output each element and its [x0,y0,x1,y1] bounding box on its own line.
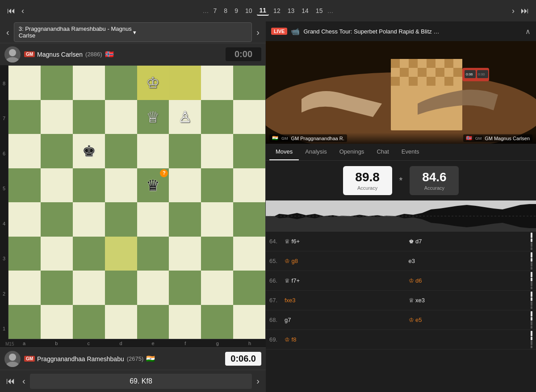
square-a2[interactable] [8,271,41,305]
tab-moves[interactable]: Moves [269,144,299,160]
square-b3[interactable] [41,237,73,271]
square-c2[interactable] [73,271,105,305]
prev-move-button[interactable]: ‹ [20,6,26,16]
bottom-prev-button[interactable]: ‹ [20,375,28,387]
live-banner[interactable]: LIVE 📹 Grand Chess Tour: Superbet Poland… [266,21,536,41]
square-b2[interactable] [41,271,73,305]
square-h6[interactable] [233,134,265,168]
square-d8[interactable] [105,66,137,100]
first-move-button[interactable]: ⏮ [5,6,17,16]
square-a7[interactable] [8,100,41,134]
next-move-button[interactable]: › [510,6,516,16]
square-d5[interactable] [105,168,137,203]
square-e8[interactable]: ♔ [137,66,169,100]
move-num-11[interactable]: 11 [257,6,269,16]
square-b4[interactable] [41,202,73,237]
square-c1[interactable] [73,305,105,339]
move-num-13[interactable]: 13 [285,6,297,15]
square-f2[interactable] [169,271,201,305]
move-white-3[interactable]: fxe3 [283,296,407,304]
square-h3[interactable] [233,237,265,271]
move-black-1[interactable]: e3 [407,257,531,265]
tab-analysis[interactable]: Analysis [299,144,333,160]
square-e6[interactable] [137,134,169,168]
square-a1[interactable] [8,305,41,339]
move-white-4[interactable]: g7 [283,316,407,324]
square-d3[interactable] [105,237,137,271]
square-f5[interactable] [169,168,201,203]
square-e4[interactable] [137,202,169,237]
move-white-1[interactable]: ♔ g8 [283,257,407,265]
square-f4[interactable] [169,202,201,237]
square-d6[interactable] [105,134,137,168]
square-g2[interactable] [201,271,233,305]
move-num-8[interactable]: 8 [221,6,230,15]
square-f8[interactable] [169,66,201,100]
square-c5[interactable] [73,168,105,203]
square-d1[interactable] [105,305,137,339]
square-f7[interactable]: ♙ [169,100,201,134]
square-c3[interactable] [73,237,105,271]
square-e3[interactable] [137,237,169,271]
square-g7[interactable] [201,100,233,134]
square-h8[interactable] [233,66,265,100]
chess-board[interactable]: ♔♕♙♚♛? [8,65,266,339]
square-h1[interactable] [233,305,265,339]
move-num-14[interactable]: 14 [299,6,311,15]
square-d2[interactable] [105,271,137,305]
tab-events[interactable]: Events [395,144,426,160]
square-e7[interactable]: ♕ [137,100,169,134]
tab-openings[interactable]: Openings [333,144,371,160]
square-h4[interactable] [233,202,265,237]
square-h7[interactable] [233,100,265,134]
bottom-next-button[interactable]: › [254,375,262,387]
square-a3[interactable] [8,237,41,271]
move-white-2[interactable]: ♕ f7+ [283,276,407,285]
square-b1[interactable] [41,305,73,339]
square-c6[interactable]: ♚ [73,134,105,168]
square-a6[interactable] [8,134,41,168]
move-black-3[interactable]: ♕ xe3 [407,296,531,304]
move-num-15[interactable]: 15 [313,6,326,15]
square-a8[interactable] [8,66,41,100]
move-num-12[interactable]: 12 [271,6,283,15]
square-h5[interactable] [233,168,265,203]
last-move-button[interactable]: ⏭ [519,6,531,16]
move-black-0[interactable]: ♚ d7 [407,237,531,246]
square-b7[interactable] [41,100,73,134]
square-a5[interactable] [8,168,41,203]
move-num-10[interactable]: 10 [243,6,255,15]
move-num-9[interactable]: 9 [232,6,241,15]
square-h2[interactable] [233,271,265,305]
move-white-5[interactable]: ♔ f8 [283,335,407,344]
move-black-5[interactable] [407,338,531,340]
square-f6[interactable] [169,134,201,168]
tab-chat[interactable]: Chat [370,144,395,160]
square-a4[interactable] [8,202,41,237]
square-f1[interactable] [169,305,201,339]
next-game-button[interactable]: › [254,26,262,38]
square-c8[interactable] [73,66,105,100]
square-g3[interactable] [201,237,233,271]
square-g6[interactable] [201,134,233,168]
move-black-2[interactable]: ♔ d6 [407,276,531,285]
square-f3[interactable] [169,237,201,271]
square-b5[interactable] [41,168,73,203]
square-g1[interactable] [201,305,233,339]
square-b8[interactable] [41,66,73,100]
square-e5[interactable]: ♛? [137,168,169,203]
move-num-7[interactable]: 7 [211,6,220,15]
square-c4[interactable] [73,202,105,237]
prev-game-button[interactable]: ‹ [4,26,12,38]
square-g4[interactable] [201,202,233,237]
square-g8[interactable] [201,66,233,100]
move-white-0[interactable]: ♕ f6+ [283,237,407,246]
square-e1[interactable] [137,305,169,339]
bottom-first-button[interactable]: ⏮ [4,375,18,387]
game-selector-dropdown[interactable]: 3: Praggnanandhaa Rameshbabu - Magnus Ca… [14,22,252,42]
square-b6[interactable] [41,134,73,168]
square-d4[interactable] [105,202,137,237]
square-e2[interactable] [137,271,169,305]
move-black-4[interactable]: ♔ e5 [407,316,531,324]
square-g5[interactable] [201,168,233,203]
